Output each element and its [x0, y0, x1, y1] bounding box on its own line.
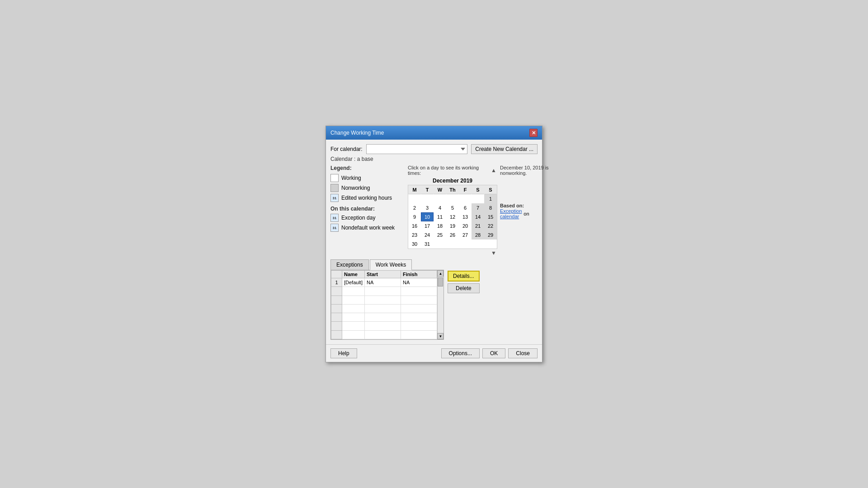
cal-day-13[interactable]: 13 — [459, 212, 472, 221]
on-this-calendar-title: On this calendar: — [330, 206, 405, 212]
calendar-grid: M T W Th F S S — [408, 185, 497, 249]
cal-day-25[interactable]: 25 — [434, 230, 446, 239]
bottom-bar: Help Options... OK Close — [326, 344, 542, 362]
tabs-area: Exceptions Work Weeks Name Start Finish — [330, 259, 538, 340]
cal-day-8[interactable]: 8 — [484, 203, 497, 212]
cal-day-empty-4 — [446, 194, 459, 203]
cal-day-empty-7 — [434, 239, 446, 249]
table-row[interactable] — [331, 330, 437, 339]
cal-day-20[interactable]: 20 — [459, 221, 472, 230]
options-button[interactable]: Options... — [441, 348, 480, 358]
table-row[interactable]: 1 [Default] NA NA — [331, 278, 437, 287]
cal-day-3[interactable]: 3 — [421, 203, 434, 212]
ok-button[interactable]: OK — [482, 348, 505, 358]
row-name-2[interactable] — [342, 287, 365, 296]
cal-day-9[interactable]: 9 — [408, 212, 421, 221]
scrollbar-down-button[interactable]: ▼ — [437, 333, 443, 339]
row-start-1[interactable]: NA — [364, 278, 401, 287]
cal-day-18[interactable]: 18 — [434, 221, 446, 230]
row-finish-6[interactable] — [401, 322, 437, 330]
cal-day-4[interactable]: 4 — [434, 203, 446, 212]
close-button[interactable]: ✕ — [529, 129, 538, 137]
cal-day-19[interactable]: 19 — [446, 221, 459, 230]
row-finish-7[interactable] — [401, 330, 437, 339]
delete-button[interactable]: Delete — [448, 283, 480, 293]
cal-day-empty-1 — [408, 194, 421, 203]
table-row[interactable] — [331, 313, 437, 322]
legend-title: Legend: — [330, 165, 405, 171]
scrollbar-up-button[interactable]: ▲ — [437, 270, 443, 277]
row-num-1: 1 — [331, 278, 342, 287]
row-finish-5[interactable] — [401, 313, 437, 322]
row-start-7[interactable] — [364, 330, 401, 339]
cal-day-5[interactable]: 5 — [446, 203, 459, 212]
cal-day-24[interactable]: 24 — [421, 230, 434, 239]
row-name-5[interactable] — [342, 313, 365, 322]
create-new-calendar-button[interactable]: Create New Calendar ... — [471, 144, 538, 154]
calendar-select[interactable] — [366, 144, 468, 154]
legend-edited-label: Edited working hours — [341, 195, 392, 201]
cal-day-27[interactable]: 27 — [459, 230, 472, 239]
exception-calendar-link[interactable]: Exceptioncalendar — [500, 208, 522, 219]
row-finish-4[interactable] — [401, 304, 437, 313]
row-num-3 — [331, 296, 342, 304]
row-name-6[interactable] — [342, 322, 365, 330]
legend-box-nondefault: 31 — [330, 224, 339, 232]
col-start: Start — [364, 271, 401, 278]
legend-item-exception-day: 31 Exception day — [330, 214, 405, 222]
cal-day-7[interactable]: 7 — [472, 203, 484, 212]
row-start-4[interactable] — [364, 304, 401, 313]
cal-header-Th: Th — [446, 185, 459, 194]
row-finish-2[interactable] — [401, 287, 437, 296]
nonworking-info-text: December 10, 2019 is nonworking. — [500, 165, 559, 176]
cal-day-31[interactable]: 31 — [421, 239, 434, 249]
cal-day-1[interactable]: 1 — [484, 194, 497, 203]
row-finish-1[interactable]: NA — [401, 278, 437, 287]
cal-day-17[interactable]: 17 — [421, 221, 434, 230]
cal-day-6[interactable]: 6 — [459, 203, 472, 212]
cal-day-15[interactable]: 15 — [484, 212, 497, 221]
row-name-7[interactable] — [342, 330, 365, 339]
cal-day-2[interactable]: 2 — [408, 203, 421, 212]
calendar-up-button[interactable]: ▲ — [490, 167, 497, 174]
cal-day-16[interactable]: 16 — [408, 221, 421, 230]
cal-day-empty-2 — [421, 194, 434, 203]
dialog-body: For calendar: Create New Calendar ... Ca… — [326, 140, 542, 344]
help-button[interactable]: Help — [330, 348, 357, 358]
table-row[interactable] — [331, 296, 437, 304]
row-start-5[interactable] — [364, 313, 401, 322]
cal-day-29[interactable]: 29 — [484, 230, 497, 239]
scrollbar-thumb[interactable] — [438, 277, 443, 286]
row-name-4[interactable] — [342, 304, 365, 313]
row-finish-3[interactable] — [401, 296, 437, 304]
cal-day-22[interactable]: 22 — [484, 221, 497, 230]
cal-day-30[interactable]: 30 — [408, 239, 421, 249]
tab-work-weeks[interactable]: Work Weeks — [370, 259, 412, 270]
cal-day-empty-6 — [472, 194, 484, 203]
legend-box-nonworking — [330, 184, 339, 192]
cal-day-12[interactable]: 12 — [446, 212, 459, 221]
cal-day-11[interactable]: 11 — [434, 212, 446, 221]
cal-day-23[interactable]: 23 — [408, 230, 421, 239]
cal-day-14[interactable]: 14 — [472, 212, 484, 221]
table-row[interactable] — [331, 322, 437, 330]
calendar-down-button[interactable]: ▼ — [490, 250, 497, 256]
table-row[interactable] — [331, 287, 437, 296]
row-start-6[interactable] — [364, 322, 401, 330]
exceptions-table: Name Start Finish 1 [Default] NA NA — [331, 270, 437, 339]
table-row[interactable] — [331, 304, 437, 313]
row-name-3[interactable] — [342, 296, 365, 304]
row-start-2[interactable] — [364, 287, 401, 296]
tabs-bar: Exceptions Work Weeks — [330, 259, 538, 270]
col-name: Name — [342, 271, 365, 278]
cal-day-26[interactable]: 26 — [446, 230, 459, 239]
row-name-1[interactable]: [Default] — [342, 278, 365, 287]
cal-day-21[interactable]: 21 — [472, 221, 484, 230]
row-start-3[interactable] — [364, 296, 401, 304]
cal-day-28[interactable]: 28 — [472, 230, 484, 239]
details-button[interactable]: Details... — [448, 271, 480, 282]
close-dialog-button[interactable]: Close — [508, 348, 538, 358]
tab-exceptions[interactable]: Exceptions — [330, 259, 369, 270]
cal-day-empty-8 — [446, 239, 459, 249]
cal-day-10[interactable]: 10 — [421, 212, 434, 221]
